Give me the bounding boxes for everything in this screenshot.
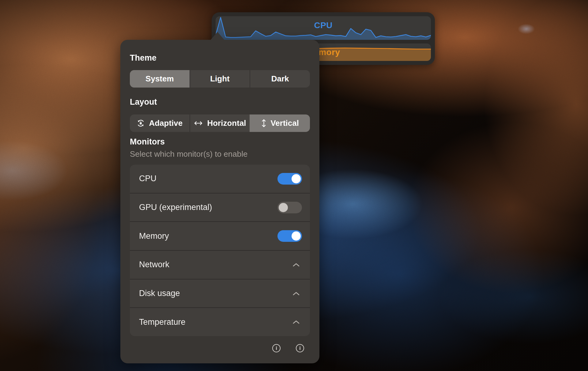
layout-segmented-control: Adaptive Horizontal <box>130 114 310 132</box>
monitor-row-cpu[interactable]: CPU <box>130 165 310 193</box>
theme-option-system[interactable]: System <box>130 70 190 88</box>
chevron-up-icon <box>292 291 300 296</box>
layout-option-horizontal-label: Horizontal <box>207 118 246 128</box>
layout-option-adaptive[interactable]: Adaptive <box>130 114 190 132</box>
monitors-list: CPU GPU (experimental) Memory Network Di… <box>130 165 310 336</box>
info-glyph: i <box>299 346 301 351</box>
monitor-row-gpu[interactable]: GPU (experimental) <box>130 193 310 222</box>
toggle-knob <box>279 203 288 212</box>
info-icon[interactable]: i <box>296 344 304 352</box>
monitor-row-disk-usage[interactable]: Disk usage <box>130 279 310 308</box>
theme-option-dark-label: Dark <box>271 74 289 84</box>
layout-option-horizontal[interactable]: Horizontal <box>190 114 250 132</box>
rotation-lock-icon <box>137 119 145 127</box>
gpu-toggle[interactable] <box>277 202 302 213</box>
cpu-graph-label: CPU <box>216 21 431 30</box>
monitor-row-network[interactable]: Network <box>130 250 310 279</box>
theme-option-light-label: Light <box>210 74 230 84</box>
info-icon[interactable]: i <box>272 344 281 352</box>
monitor-row-memory-label: Memory <box>139 231 169 241</box>
theme-option-dark[interactable]: Dark <box>250 70 310 88</box>
chevron-up-icon <box>292 320 300 324</box>
memory-toggle[interactable] <box>277 230 302 242</box>
monitor-row-network-label: Network <box>139 260 169 269</box>
monitor-row-gpu-label: GPU (experimental) <box>139 203 212 212</box>
toggle-knob <box>292 174 301 183</box>
popup-footer: i i <box>272 344 304 352</box>
monitor-row-disk-usage-label: Disk usage <box>139 289 180 298</box>
theme-section-title: Theme <box>130 53 156 63</box>
desktop: CPU Memory Theme System Light Dark Layou… <box>0 0 588 371</box>
theme-segmented-control: System Light Dark <box>130 70 310 88</box>
monitor-row-temperature-label: Temperature <box>139 317 186 327</box>
layout-option-vertical-label: Vertical <box>270 118 299 128</box>
layout-section-title: Layout <box>130 97 157 107</box>
theme-option-system-label: System <box>145 74 174 84</box>
arrow-vertical-icon <box>261 118 266 128</box>
settings-popup: Theme System Light Dark Layout <box>120 40 319 363</box>
cpu-graph: CPU <box>216 16 431 40</box>
arrow-horizontal-icon <box>194 121 203 126</box>
info-glyph: i <box>276 346 277 351</box>
cpu-toggle[interactable] <box>277 173 302 185</box>
monitor-row-temperature[interactable]: Temperature <box>130 307 310 336</box>
layout-option-adaptive-label: Adaptive <box>149 118 183 128</box>
toggle-knob <box>292 231 301 241</box>
monitor-row-cpu-label: CPU <box>139 174 156 183</box>
layout-option-vertical[interactable]: Vertical <box>250 114 310 132</box>
theme-option-light[interactable]: Light <box>190 70 250 88</box>
monitor-row-memory[interactable]: Memory <box>130 221 310 250</box>
monitors-section-title: Monitors <box>130 137 165 147</box>
monitors-section-subtitle: Select which monitor(s) to enable <box>130 149 247 159</box>
chevron-up-icon <box>292 262 300 267</box>
